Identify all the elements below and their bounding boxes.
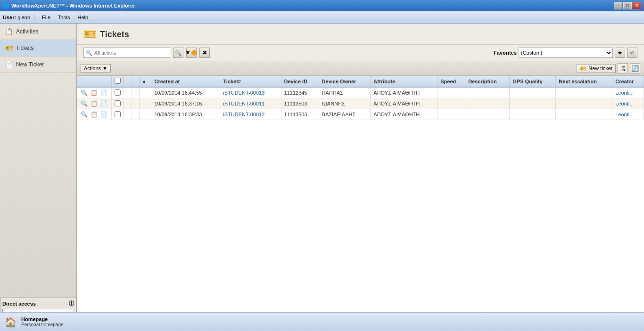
col-header-icon2 [132, 76, 140, 87]
row-icon1-cell [124, 109, 132, 120]
app-title: WorkflowXpert.NET™ - Windows Internet Ex… [11, 3, 135, 8]
row-status-cell [140, 98, 151, 109]
row-edit-icon[interactable]: 📋 [90, 111, 99, 118]
search-input[interactable] [94, 48, 170, 57]
row-status-cell [140, 109, 151, 120]
col-header-speed[interactable]: Speed [438, 76, 465, 87]
row-description [465, 109, 510, 120]
homepage-text: Homepage Personal homepage [21, 316, 64, 327]
row-status-cell [140, 87, 151, 98]
menu-help[interactable]: Help [74, 13, 92, 22]
sidebar-item-tickets[interactable]: Tickets [0, 40, 76, 57]
print-button[interactable]: 🖨 [618, 63, 628, 73]
new-ticket-label: New ticket [588, 65, 612, 71]
col-header-creator[interactable]: Creator [612, 76, 644, 87]
titlebar-left: 🌐 WorkflowXpert.NET™ - Windows Internet … [3, 3, 135, 9]
row-gps-quality [510, 109, 556, 120]
row-icon2-cell [132, 87, 140, 98]
search-icon: 🔍 [84, 49, 94, 57]
menu-tools[interactable]: Tools [54, 13, 74, 22]
row-actions-cell: 🔍 📋 📄 [77, 109, 112, 120]
titlebar: 🌐 WorkflowXpert.NET™ - Windows Internet … [0, 0, 644, 11]
direct-access-header: Direct access ⓘ [2, 300, 74, 307]
menu-file[interactable]: File [38, 13, 54, 22]
refresh-button[interactable]: 🔄 [630, 63, 640, 73]
page-icon: 🎫 [83, 28, 96, 40]
row-icon2-cell [132, 98, 140, 109]
favorites-select[interactable]: (Custom) All Tickets My Tickets Open Tic… [519, 48, 613, 58]
actions-label: Actions [84, 65, 101, 71]
table-container: Actions ▼ 🎫 New ticket 🖨 🔄 [77, 61, 644, 318]
filter-clear-button[interactable]: ✖ [199, 48, 210, 58]
row-new-icon[interactable]: 📄 [99, 100, 108, 107]
select-all-checkbox[interactable] [115, 78, 121, 84]
col-header-actions [77, 76, 112, 87]
row-actions-cell: 🔍 📋 📄 [77, 98, 112, 109]
row-next-escalation [556, 87, 612, 98]
row-ticket-num: iSTUDENT-00012 [220, 109, 281, 120]
sidebar-label-activities: Activities [16, 28, 38, 35]
direct-access-title: Direct access [2, 301, 36, 307]
row-checkbox[interactable] [115, 89, 121, 96]
user-label: User: gleon [3, 15, 30, 20]
app-icon: 🌐 [3, 3, 9, 9]
col-header-description[interactable]: Description [465, 76, 510, 87]
row-created-at: 10/09/2014 16:39:33 [151, 109, 220, 120]
search-box: 🔍 [83, 48, 170, 58]
row-created-at: 10/09/2014 16:37:16 [151, 98, 220, 109]
col-header-icon1 [124, 76, 132, 87]
row-ticket-num: iSTUDENT-00013 [220, 87, 281, 98]
main-layout: Activities Tickets New Ticket Direct acc… [0, 24, 644, 331]
row-attribute: ΑΠΟΥΣΙΑ ΜΑΘΗΤΗ [371, 109, 438, 120]
row-gps-quality [510, 87, 556, 98]
col-header-device-id[interactable]: Device ID [281, 76, 319, 87]
col-header-created-at[interactable]: Created at [151, 76, 220, 87]
row-edit-icon[interactable]: 📋 [90, 100, 99, 107]
table-row: 🔍 📋 📄 10/09/2014 16:39:33 iSTUDENT-00012… [77, 109, 644, 120]
actions-chevron-icon: ▼ [102, 65, 107, 71]
homepage-footer[interactable]: 🏠 Homepage Personal homepage [0, 312, 644, 331]
content-area: 🎫 Tickets 🔍 🔍 ▼🔶 ✖ Favorites (Custom) Al… [77, 24, 644, 331]
sidebar-item-new-ticket[interactable]: New Ticket [0, 57, 76, 73]
activities-icon [5, 27, 13, 36]
actions-dropdown[interactable]: Actions ▼ [81, 64, 111, 73]
row-icon2-cell [132, 109, 140, 120]
row-next-escalation [556, 109, 612, 120]
row-description [465, 87, 510, 98]
menubar: User: gleon File Tools Help [0, 11, 644, 24]
minimize-button[interactable]: — [614, 2, 622, 9]
filter-button[interactable]: ▼🔶 [186, 48, 197, 58]
row-gps-quality [510, 98, 556, 109]
favorites-add-button[interactable]: ★ [615, 48, 625, 58]
favorites-remove-button[interactable]: ☆ [627, 48, 637, 58]
row-edit-icon[interactable]: 📋 [90, 89, 99, 97]
col-header-ticket-num[interactable]: Ticket# [220, 76, 281, 87]
col-header-device-owner[interactable]: Device Owner [319, 76, 371, 87]
row-device-owner: ΙΩΑΝΝΗΣ [319, 98, 371, 109]
row-view-icon[interactable]: 🔍 [80, 89, 89, 97]
titlebar-controls: — □ ✕ [614, 2, 641, 9]
favorites-label: Favorites [494, 50, 517, 56]
new-ticket-button[interactable]: 🎫 New ticket [577, 64, 616, 73]
sidebar-item-activities[interactable]: Activities [0, 24, 76, 40]
row-attribute: ΑΠΟΥΣΙΑ ΜΑΘΗΤΗ [371, 98, 438, 109]
row-view-icon[interactable]: 🔍 [80, 100, 89, 107]
row-checkbox[interactable] [115, 100, 121, 106]
row-checkbox[interactable] [115, 111, 121, 117]
row-next-escalation [556, 98, 612, 109]
col-header-gps-quality[interactable]: GPS Quality [510, 76, 556, 87]
data-table: ● Created at Ticket# Device ID Device Ow… [77, 76, 644, 120]
close-button[interactable]: ✕ [633, 2, 641, 9]
row-speed [438, 109, 465, 120]
row-view-icon[interactable]: 🔍 [80, 111, 89, 118]
col-header-attribute[interactable]: Attribute [371, 76, 438, 87]
row-new-icon[interactable]: 📄 [99, 89, 108, 97]
homepage-icon: 🏠 [5, 316, 17, 328]
search-button[interactable]: 🔍 [173, 48, 183, 58]
maximize-button[interactable]: □ [623, 2, 632, 9]
direct-access-collapse-icon[interactable]: ⓘ [69, 300, 74, 307]
col-header-next-escalation[interactable]: Next escalation [556, 76, 612, 87]
col-header-checkbox [112, 76, 124, 87]
new-ticket-icon: 🎫 [580, 65, 586, 72]
row-new-icon[interactable]: 📄 [99, 111, 108, 118]
